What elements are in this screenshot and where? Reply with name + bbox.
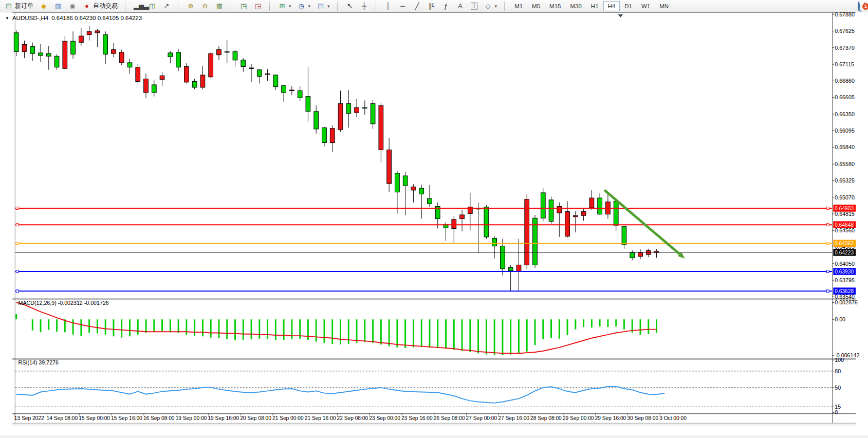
cursor-icon: ↖	[346, 2, 354, 10]
svg-text:15 Sep 00:00: 15 Sep 00:00	[79, 415, 110, 421]
hline-handle[interactable]	[16, 242, 19, 245]
trendline-icon: ╱	[413, 2, 421, 10]
indicators-icon: ⊞	[278, 2, 286, 10]
cursor-button[interactable]: ↖	[343, 1, 357, 12]
search-button[interactable]	[858, 3, 860, 10]
shapes-button[interactable]: ◇▾	[481, 1, 501, 12]
hline-handle[interactable]	[16, 207, 19, 209]
timeframe-button-d1[interactable]: D1	[620, 1, 637, 11]
timeframe-button-mn[interactable]: MN	[655, 1, 673, 11]
auto-scroll-button[interactable]: ◳	[236, 1, 251, 12]
text-icon: A	[456, 2, 465, 10]
signals-icon: ◉	[68, 2, 77, 10]
timeframe-button-m1[interactable]: M1	[510, 1, 527, 11]
bar-chart-icon: ▂▅▃	[134, 2, 142, 10]
hline-handle[interactable]	[826, 270, 829, 273]
market-watch-button[interactable]: ◆	[36, 1, 51, 12]
tile-windows-icon: ▦	[215, 2, 224, 10]
vertical-line-icon: │	[384, 2, 393, 10]
svg-text:0.67370: 0.67370	[835, 45, 855, 51]
zoom-in-icon: ⊕	[187, 2, 195, 10]
zoom-in-button[interactable]: ⊕	[183, 1, 198, 12]
chart-canvas[interactable]: 0.678800.676250.673700.671150.668600.666…	[0, 12, 868, 435]
search-icon	[858, 2, 860, 11]
channel-icon: ∥ᴱ	[428, 2, 436, 10]
timeframe-button-m5[interactable]: M5	[527, 1, 545, 11]
timeframe-button-m30[interactable]: M30	[565, 1, 586, 11]
svg-text:0.66350: 0.66350	[835, 111, 855, 117]
notifications-button[interactable]: 1	[864, 3, 865, 10]
svg-text:0.67880: 0.67880	[835, 12, 855, 17]
timeframe-button-h4[interactable]: H4	[603, 1, 620, 11]
svg-text:19 Sep 00:00: 19 Sep 00:00	[176, 415, 207, 421]
svg-text:29 Sep 00:00: 29 Sep 00:00	[563, 415, 594, 421]
market-watch-icon: ◆	[40, 2, 48, 10]
svg-text:0.64362: 0.64362	[835, 241, 854, 246]
chart-shift-button[interactable]: ◲	[251, 1, 265, 12]
text-button[interactable]: A	[453, 1, 468, 12]
macd-indicator-label: MACD(12,26,9) -0.002312 -0.001726	[19, 300, 109, 306]
svg-text:26 Sep 08:00: 26 Sep 08:00	[434, 415, 465, 421]
svg-text:14 Sep 08:00: 14 Sep 08:00	[47, 415, 78, 421]
svg-text:21 Sep 00:00: 21 Sep 00:00	[272, 415, 304, 421]
svg-text:23 Sep 16:00: 23 Sep 16:00	[401, 415, 433, 421]
svg-text:0.65840: 0.65840	[835, 144, 855, 150]
crosshair-button[interactable]: ┼	[357, 1, 372, 12]
toolbar-separator	[178, 2, 180, 11]
timeframe-button-m15[interactable]: M15	[545, 1, 565, 11]
svg-text:0.66860: 0.66860	[835, 78, 855, 84]
autotrading-button[interactable]: ● 自动交易	[80, 0, 121, 12]
text-label-icon: T	[471, 2, 478, 10]
svg-text:22 Sep 08:00: 22 Sep 08:00	[337, 415, 368, 421]
new-order-button[interactable]: ▤ 新订单	[2, 0, 36, 12]
fibonacci-icon: ƒ	[442, 2, 450, 10]
signals-button[interactable]: ◉	[65, 1, 80, 12]
timeframe-button-h1[interactable]: H1	[586, 1, 603, 11]
candlestick-chart-icon: ◫	[148, 2, 156, 10]
hline-handle[interactable]	[16, 224, 19, 226]
channel-button[interactable]: ∥ᴱ	[424, 1, 439, 12]
collapse-chart-icon[interactable]: ▼	[5, 16, 9, 21]
svg-text:21 Sep 16:00: 21 Sep 16:00	[305, 415, 336, 421]
hline-handle[interactable]	[16, 290, 19, 293]
indicators-button[interactable]: ⊞▾	[275, 1, 294, 12]
bar-chart-button[interactable]: ▂▅▃	[131, 1, 145, 12]
svg-text:27 Sep 00:00: 27 Sep 00:00	[466, 415, 497, 421]
toolbar-separator	[376, 2, 378, 11]
chevron-down-icon: ▾	[495, 4, 497, 9]
toolbar-separator	[125, 2, 127, 11]
zoom-out-button[interactable]: ⊖	[198, 1, 212, 12]
timeframe-button-w1[interactable]: W1	[637, 1, 655, 11]
auto-scroll-icon: ◳	[239, 2, 248, 10]
toolbar-separator	[269, 2, 272, 11]
hline-handle[interactable]	[826, 242, 829, 245]
hline-handle[interactable]	[826, 290, 829, 293]
new-order-icon: ▤	[5, 2, 13, 10]
line-chart-icon: ↗	[162, 2, 171, 10]
svg-text:0.63628: 0.63628	[835, 288, 854, 294]
svg-text:0.66605: 0.66605	[835, 94, 855, 100]
vertical-line-button[interactable]: │	[381, 1, 396, 12]
svg-text:0.65070: 0.65070	[835, 194, 855, 200]
data-window-button[interactable]: ▥	[51, 1, 65, 12]
hline-handle[interactable]	[826, 207, 829, 209]
zoom-out-icon: ⊖	[201, 2, 209, 10]
hline-handle[interactable]	[826, 224, 829, 226]
candlestick-chart-button[interactable]: ◫	[145, 1, 159, 12]
text-label-button[interactable]: T	[468, 1, 481, 11]
templates-button[interactable]: ▤▾	[313, 1, 333, 12]
svg-text:29 Sep 16:00: 29 Sep 16:00	[595, 415, 626, 421]
trendline-button[interactable]: ╱	[410, 1, 424, 12]
fibonacci-button[interactable]: ƒ	[439, 1, 453, 12]
svg-text:13 Sep 2022: 13 Sep 2022	[14, 415, 44, 421]
horizontal-line-button[interactable]: ─	[396, 1, 410, 12]
clock-icon: ◷	[298, 2, 306, 10]
tile-windows-button[interactable]: ▦	[212, 1, 227, 12]
line-chart-button[interactable]: ↗	[159, 1, 174, 12]
periods-button[interactable]: ◷▾	[294, 1, 314, 12]
svg-text:15 Sep 16:00: 15 Sep 16:00	[111, 415, 142, 421]
hline-handle[interactable]	[16, 270, 19, 273]
svg-text:3 Oct 00:00: 3 Oct 00:00	[659, 415, 687, 421]
timeframe-group: M1M5M15M30H1H4D1W1MN	[508, 0, 675, 12]
svg-text:0.66095: 0.66095	[835, 127, 855, 134]
